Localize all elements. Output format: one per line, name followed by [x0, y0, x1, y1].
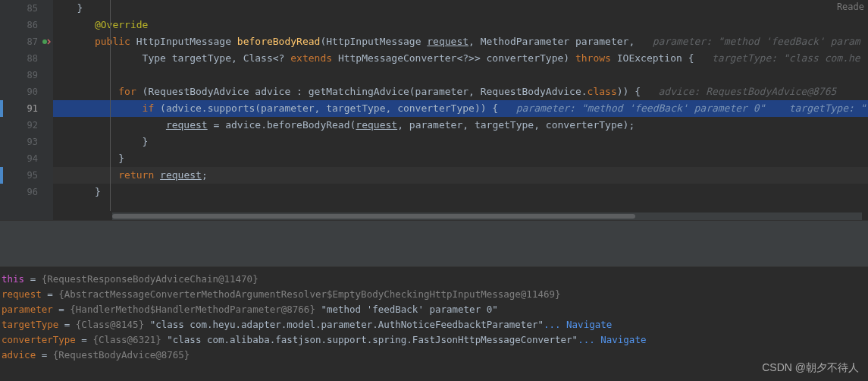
line-number[interactable]: 91 [0, 100, 53, 117]
code-line[interactable]: } [53, 0, 868, 17]
code-line[interactable]: request = advice.beforeBodyRead(request,… [53, 117, 868, 134]
line-number[interactable]: 93 [0, 134, 53, 150]
reader-mode-label[interactable]: Reade [837, 2, 864, 12]
code-line[interactable]: @Override [53, 17, 868, 33]
code-line-current[interactable]: if (advice.supports(parameter, targetTyp… [53, 100, 868, 117]
code-line[interactable]: for (RequestBodyAdvice advice : getMatch… [53, 83, 868, 100]
line-number[interactable]: 90 [0, 83, 53, 100]
debug-var-row[interactable]: converterType = {Class@6321} "class com.… [0, 332, 868, 348]
code-line[interactable]: Type targetType, Class<? extends HttpMes… [53, 50, 868, 67]
inlay-hint: parameter: "method 'feedBack' parameter … [516, 102, 789, 114]
navigate-link[interactable]: ... Navigate [544, 319, 612, 330]
horizontal-scrollbar[interactable] [112, 213, 862, 220]
line-number[interactable]: 86 [0, 17, 53, 33]
debug-var-row[interactable]: request = {AbstractMessageConverterMetho… [0, 287, 868, 302]
code-line[interactable]: public HttpInputMessage beforeBodyRead(H… [53, 33, 868, 50]
inlay-hint: advice: RequestBodyAdvice@8765 [659, 86, 837, 97]
code-line[interactable]: return request; [53, 167, 868, 184]
debug-var-row[interactable]: advice = {RequestBodyAdvice@8765} [0, 348, 868, 363]
gutter[interactable]: 85 86 87 88 89 90 91 92 93 94 95 96 [0, 0, 53, 220]
line-number[interactable]: 92 [0, 117, 53, 134]
line-number[interactable]: 94 [0, 150, 53, 167]
code-area[interactable]: Reade } @Override public HttpInputMessag… [53, 0, 868, 220]
line-number[interactable]: 87 [0, 33, 53, 50]
inlay-hint: parameter: "method 'feedBack' param [653, 36, 860, 47]
inlay-hint: targetType: " [789, 102, 866, 114]
code-line[interactable] [53, 67, 868, 83]
code-line[interactable]: } [53, 184, 868, 200]
inlay-hint: targetType: "class com.he [712, 52, 860, 64]
debug-var-row[interactable]: targetType = {Class@8145} "class com.hey… [0, 317, 868, 332]
navigate-link[interactable]: ... Navigate [578, 334, 646, 345]
debug-var-row[interactable]: parameter = {HandlerMethod$HandlerMethod… [0, 302, 868, 317]
svg-point-0 [42, 39, 47, 44]
editor-pane: 85 86 87 88 89 90 91 92 93 94 95 96 Read… [0, 0, 868, 220]
line-number[interactable]: 95 [0, 167, 53, 184]
line-number[interactable]: 88 [0, 50, 53, 67]
scrollbar-thumb[interactable] [112, 214, 635, 219]
annotation: @Override [95, 19, 148, 30]
debug-var-row[interactable]: this = {RequestResponseBodyAdviceChain@1… [0, 272, 868, 287]
code-line[interactable]: } [53, 134, 868, 150]
line-number[interactable]: 89 [0, 67, 53, 83]
debug-variables-pane[interactable]: this = {RequestResponseBodyAdviceChain@1… [0, 267, 868, 381]
code-line[interactable]: } [53, 150, 868, 167]
line-number[interactable]: 85 [0, 0, 53, 17]
line-number[interactable]: 96 [0, 184, 53, 200]
watermark-label: CSDN @朝夕不待人 [762, 361, 859, 375]
override-icon[interactable] [42, 37, 51, 46]
fold-guide [110, 0, 111, 211]
panel-divider[interactable] [0, 220, 868, 267]
